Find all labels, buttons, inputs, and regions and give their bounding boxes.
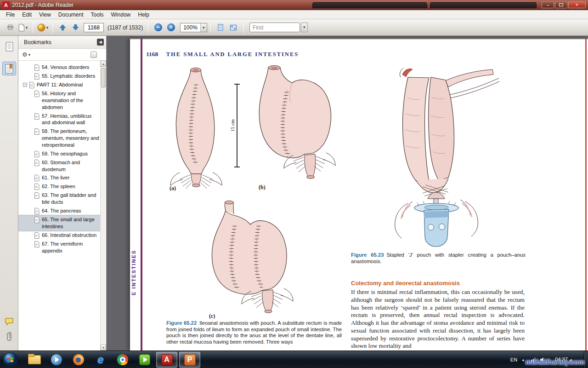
bookmark-item-61[interactable]: 61. The liver xyxy=(18,173,101,182)
minimize-button[interactable]: – xyxy=(542,1,554,8)
collapse-panel-button[interactable]: ◀ xyxy=(97,39,104,46)
bookmark-item-57[interactable]: 57. Hernias, umbilicus and abdominal wal… xyxy=(18,112,101,127)
comments-panel-button[interactable] xyxy=(2,315,16,328)
menu-help[interactable]: Help xyxy=(135,11,153,19)
zoom-level-value: 100% xyxy=(181,24,200,31)
bookmark-label: 62. The spleen xyxy=(42,183,75,190)
menu-window[interactable]: Window xyxy=(108,11,134,19)
toolbar-separator xyxy=(33,22,33,33)
figure-65-22-caption: Figure 65.22Ileoanal anastomosis with po… xyxy=(166,320,342,345)
bookmark-label: 67. The vermiform appendix xyxy=(42,241,100,254)
taskbar-firefox[interactable] xyxy=(68,352,89,368)
bookmark-page-icon xyxy=(34,160,40,166)
attachments-panel-button[interactable] xyxy=(2,329,16,343)
bookmark-label: 57. Hernias, umbilicus and abdominal wal… xyxy=(42,113,100,126)
taskbar-windows-explorer[interactable] xyxy=(24,352,45,368)
taskbar-adobe-reader-active[interactable]: A xyxy=(156,352,177,368)
fullscreen-icon xyxy=(230,24,237,31)
bookmark-label: 55. Lymphatic disorders xyxy=(42,73,95,80)
maximize-button[interactable] xyxy=(555,1,567,8)
save-export-button[interactable]: ▾ xyxy=(17,22,29,34)
bookmark-page-icon xyxy=(34,73,40,80)
navigation-pane-strip xyxy=(0,36,18,351)
panel-title: Bookmarks xyxy=(24,39,51,46)
start-button[interactable] xyxy=(3,352,18,368)
page-number-input[interactable] xyxy=(84,23,104,32)
desktop-screen: A 2012.pdf - Adobe Reader – × File Edit … xyxy=(0,0,588,368)
bookmark-item-56[interactable]: 56. History and examination of the abdom… xyxy=(18,89,101,112)
collaborate-button[interactable]: ▾ xyxy=(36,22,49,34)
bookmark-item-64[interactable]: 64. The pancreas xyxy=(18,207,101,215)
bookmark-item-63[interactable]: 63. The gall bladder and bile ducts xyxy=(18,191,101,207)
menu-bar: File Edit View Document Tools Window Hel… xyxy=(0,10,588,19)
bookmark-label: PART 11: Abdominal xyxy=(37,81,83,88)
menu-tools[interactable]: Tools xyxy=(88,11,107,19)
bookmark-item-55[interactable]: 55. Lymphatic disorders xyxy=(18,72,101,80)
bookmark-item-60[interactable]: 60. Stomach and duodenum xyxy=(18,158,101,174)
collapse-expander-icon[interactable]: − xyxy=(23,83,27,87)
next-page-button[interactable] xyxy=(69,22,82,34)
figure-65-23-caption-label: Figure 65.23 xyxy=(351,252,384,258)
taskbar-chrome[interactable] xyxy=(112,352,133,368)
scrollbar-thumb[interactable] xyxy=(101,68,106,87)
taskbar-powerpoint-active[interactable]: P xyxy=(179,352,200,368)
bookmark-item-66[interactable]: 66. Intestinal obstruction xyxy=(18,231,101,240)
menu-file[interactable]: File xyxy=(3,11,18,19)
pages-panel-button[interactable] xyxy=(2,40,16,53)
bookmarks-panel: Bookmarks ◀ ⚙ ▾ 54. Venous disorders 55.… xyxy=(18,36,107,351)
bookmarks-options-bar: ⚙ ▾ xyxy=(18,49,106,61)
find-options-button[interactable]: ▾ xyxy=(301,23,308,32)
bookmark-item-part11[interactable]: − PART 11: Abdominal xyxy=(18,80,101,89)
toolbar-separator xyxy=(52,22,53,33)
page-top-edge xyxy=(130,39,588,40)
gear-icon[interactable]: ⚙ xyxy=(22,51,28,58)
bookmarks-scrollbar[interactable]: ▲ ▼ xyxy=(100,61,106,351)
fullscreen-button[interactable] xyxy=(227,22,240,34)
dropdown-icon[interactable]: ▾ xyxy=(28,52,31,57)
language-indicator[interactable]: EN xyxy=(510,357,517,362)
expand-current-bookmark-button[interactable] xyxy=(90,52,97,58)
pages-icon xyxy=(6,42,13,52)
previous-page-button[interactable] xyxy=(56,22,69,34)
chrome-icon xyxy=(117,354,128,365)
scroll-up-button[interactable]: ▲ xyxy=(101,61,106,67)
find-input[interactable] xyxy=(249,23,300,32)
background-window-titlebar[interactable] xyxy=(430,2,537,8)
taskbar-internet-explorer[interactable]: e xyxy=(90,352,111,368)
bookmark-item-59[interactable]: 59. The oesophagus xyxy=(18,150,101,158)
zoom-out-button[interactable]: − xyxy=(152,22,164,34)
margin-vertical-text: E INTESTINES xyxy=(131,250,136,295)
scale-cap xyxy=(234,167,240,167)
zoom-level-select[interactable]: 100% ▾ xyxy=(180,23,207,32)
background-window-titlebar[interactable] xyxy=(312,2,427,8)
bookmark-label: 64. The pancreas xyxy=(42,207,81,214)
menu-edit[interactable]: Edit xyxy=(19,11,35,19)
bookmark-item-62[interactable]: 62. The spleen xyxy=(18,182,101,191)
figure-b-label: (b) xyxy=(259,184,266,191)
bookmark-item-58[interactable]: 58. The peritoneum, omentum, mesentery a… xyxy=(18,127,101,150)
scrolling-mode-button[interactable] xyxy=(214,22,227,34)
page-fore-edge xyxy=(585,39,587,351)
bookmark-item-54[interactable]: 54. Venous disorders xyxy=(18,63,101,72)
watermark-text: muhadharaty.com xyxy=(526,358,584,366)
taskbar-download-manager[interactable] xyxy=(134,352,155,368)
figure-65-23-caption: Figure 65.23Stapled ‘J’ pouch with stapl… xyxy=(351,252,526,264)
figure-65-23-stapler-illustration xyxy=(380,65,501,249)
zoom-in-button[interactable]: + xyxy=(164,22,177,34)
page-display-icon xyxy=(217,24,224,31)
hidden-icons-button[interactable]: ▲ xyxy=(521,358,525,362)
window-titlebar[interactable]: A 2012.pdf - Adobe Reader – × xyxy=(0,0,588,10)
scroll-down-button[interactable]: ▼ xyxy=(101,345,106,351)
close-button[interactable]: × xyxy=(568,1,586,8)
menu-view[interactable]: View xyxy=(36,11,54,19)
bookmark-item-65-selected[interactable]: 65. The small and large intestines xyxy=(18,215,101,231)
bookmark-item-67[interactable]: 67. The vermiform appendix xyxy=(18,240,101,255)
menu-document[interactable]: Document xyxy=(55,11,87,19)
toolbar-separator xyxy=(148,22,148,33)
print-button[interactable] xyxy=(4,22,17,34)
bookmarks-panel-button[interactable] xyxy=(2,62,16,75)
document-view[interactable]: 1168 THE SMALL AND LARGE INTESTINES E IN… xyxy=(107,36,588,351)
down-arrow-icon xyxy=(72,24,79,31)
show-desktop-button[interactable] xyxy=(584,351,588,368)
taskbar-media-player[interactable] xyxy=(46,352,67,368)
